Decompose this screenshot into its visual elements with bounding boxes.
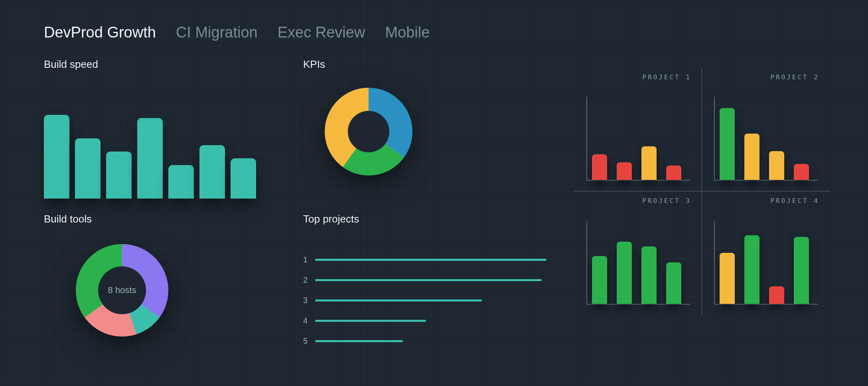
kpis-title: KPIs [303,58,325,71]
project-bar [617,162,632,180]
build-tools-center-label: 8 hosts [76,244,168,337]
project-bar [744,235,760,304]
project-bar [592,256,607,304]
project-bar [794,164,809,180]
top-projects-bar [315,279,542,281]
top-projects-row: 1 [303,255,550,264]
build-speed-bar [199,145,225,199]
project-3-bars [592,224,681,304]
project-4-title: PROJECT 4 [770,197,819,205]
top-projects-row: 2 [303,276,550,285]
dashboard-tabs: DevProd Growth CI Migration Exec Review … [44,24,430,41]
build-speed-title: Build speed [44,58,98,71]
top-projects-title: Top projects [303,213,359,225]
project-1-bars [592,100,681,180]
top-projects-rank: 5 [303,337,315,346]
build-speed-bar [168,165,194,199]
build-speed-bar [137,118,163,199]
project-bar [769,286,784,304]
top-projects-rank: 1 [303,255,315,264]
build-speed-bar [44,115,69,199]
tab-ci-migration[interactable]: CI Migration [176,24,258,41]
top-projects-rank: 2 [303,276,315,285]
tab-devprod-growth[interactable]: DevProd Growth [44,24,156,41]
top-projects-bar [315,340,403,342]
tab-mobile[interactable]: Mobile [385,24,430,41]
build-tools-title: Build tools [44,213,92,225]
build-speed-bar [106,152,132,199]
project-2-title: PROJECT 2 [770,73,819,81]
projects-grid: PROJECT 1 PROJECT 2 PROJECT 3 PROJECT 4 [574,68,830,315]
top-projects-row: 3 [303,296,550,305]
build-speed-chart [44,115,259,199]
project-bar [617,242,632,304]
top-projects-bar [315,299,482,301]
project-1-title: PROJECT 1 [642,73,691,81]
build-speed-bar [75,138,101,199]
project-bar [720,253,735,304]
project-bar [794,237,809,304]
top-projects-chart: 12345 [303,255,550,357]
build-speed-bar [231,158,256,199]
top-projects-bar [315,320,426,322]
project-4-cell: PROJECT 4 [702,191,830,315]
top-projects-rank: 4 [303,316,315,325]
top-projects-row: 4 [303,316,550,325]
kpis-donut-chart [325,88,412,175]
project-bar [720,108,735,180]
project-bar [641,146,657,180]
project-bar [666,165,681,180]
project-bar [666,262,681,304]
project-3-cell: PROJECT 3 [574,191,702,315]
project-1-cell: PROJECT 1 [574,68,702,191]
project-2-bars [720,100,809,180]
top-projects-bar [315,259,546,261]
project-2-cell: PROJECT 2 [702,68,830,191]
project-4-bars [720,224,809,304]
top-projects-row: 5 [303,337,550,346]
top-projects-rank: 3 [303,296,315,305]
project-3-title: PROJECT 3 [642,197,691,205]
project-bar [769,151,784,180]
project-bar [592,154,607,180]
tab-exec-review[interactable]: Exec Review [278,24,365,41]
project-bar [744,134,760,180]
project-bar [641,246,657,304]
